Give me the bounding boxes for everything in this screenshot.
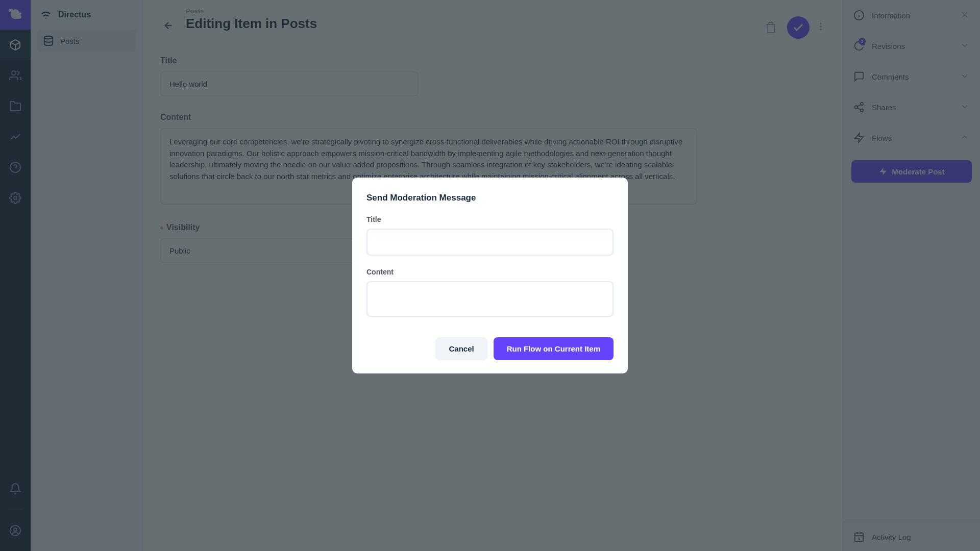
modal-field-label-title: Title (366, 215, 614, 223)
moderation-modal: Send Moderation Message Title Content Ca… (352, 178, 628, 373)
modal-content-textarea[interactable] (366, 281, 614, 317)
modal-title: Send Moderation Message (366, 193, 614, 203)
modal-title-input[interactable] (366, 229, 614, 256)
cancel-button[interactable]: Cancel (435, 337, 487, 360)
modal-field-label-content: Content (366, 268, 614, 276)
run-flow-button[interactable]: Run Flow on Current Item (494, 337, 614, 360)
modal-backdrop[interactable]: Send Moderation Message Title Content Ca… (0, 0, 980, 551)
